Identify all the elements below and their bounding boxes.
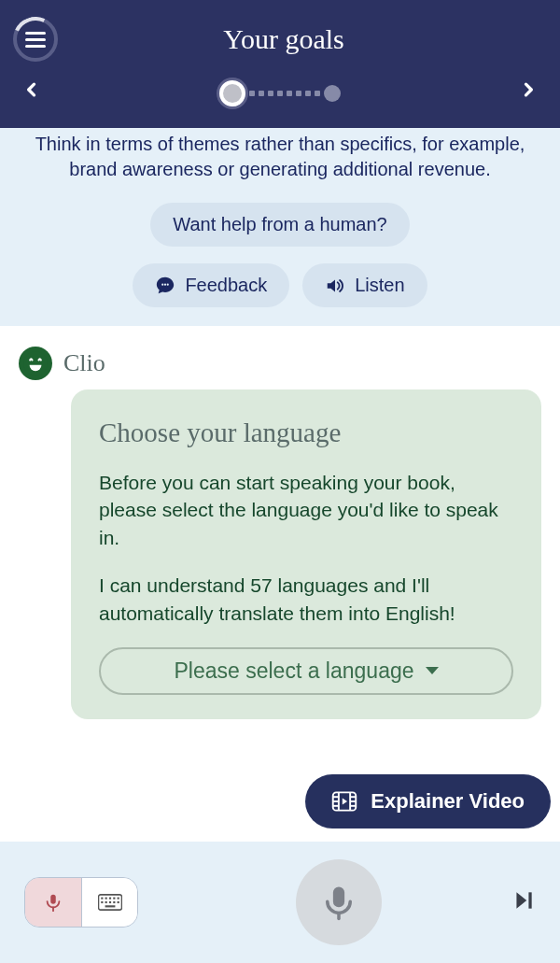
svg-rect-16 xyxy=(101,898,103,899)
chevron-right-icon xyxy=(519,77,538,103)
svg-point-0 xyxy=(162,283,164,285)
caret-down-icon xyxy=(426,667,439,674)
mic-large-icon xyxy=(319,883,358,922)
svg-rect-17 xyxy=(105,898,106,899)
svg-rect-22 xyxy=(105,901,106,903)
svg-rect-25 xyxy=(117,901,119,903)
svg-marker-28 xyxy=(516,892,526,908)
input-mode-toggle xyxy=(24,877,138,928)
card-paragraph-1: Before you can start speaking your book,… xyxy=(99,469,513,551)
keyboard-mode-button[interactable] xyxy=(81,878,137,927)
skip-forward-icon xyxy=(511,888,536,913)
explainer-video-button[interactable]: Explainer Video xyxy=(305,774,551,828)
nav-next-button[interactable] xyxy=(519,77,538,109)
progress-dashes xyxy=(249,91,320,96)
card-paragraph-2: I can understand 57 languages and I'll a… xyxy=(99,572,513,627)
instruction-text: Think in terms of themes rather than spe… xyxy=(21,132,539,182)
svg-rect-23 xyxy=(108,901,110,903)
listen-label: Listen xyxy=(355,275,404,296)
language-card: Choose your language Before you can star… xyxy=(71,389,541,719)
chat-area: Clio Choose your language Before you can… xyxy=(0,326,560,842)
avatar xyxy=(19,347,52,380)
svg-point-1 xyxy=(164,283,166,285)
record-button[interactable] xyxy=(296,859,382,945)
chat-icon xyxy=(155,276,175,296)
language-select-placeholder: Please select a language xyxy=(174,659,413,684)
svg-rect-29 xyxy=(528,892,531,908)
film-icon xyxy=(331,790,357,813)
feedback-label: Feedback xyxy=(185,275,267,296)
svg-rect-26 xyxy=(105,905,115,907)
nav-prev-button[interactable] xyxy=(22,77,41,109)
progress-step-current xyxy=(219,80,245,106)
svg-rect-21 xyxy=(101,901,103,903)
svg-rect-24 xyxy=(113,901,115,903)
feedback-button[interactable]: Feedback xyxy=(133,263,289,307)
speaker-icon xyxy=(325,276,345,296)
help-human-button[interactable]: Want help from a human? xyxy=(150,203,409,247)
mic-icon xyxy=(43,892,63,913)
page-title: Your goals xyxy=(21,23,547,55)
bottom-bar xyxy=(0,842,560,963)
svg-rect-20 xyxy=(117,898,119,899)
mic-mode-button[interactable] xyxy=(25,878,81,927)
svg-point-2 xyxy=(167,283,169,285)
smile-icon xyxy=(22,350,49,376)
instructions-panel: Think in terms of themes rather than spe… xyxy=(0,128,560,326)
listen-button[interactable]: Listen xyxy=(302,263,427,307)
svg-rect-19 xyxy=(113,898,115,899)
skip-button[interactable] xyxy=(511,888,536,916)
menu-button[interactable] xyxy=(13,17,58,62)
progress-indicator xyxy=(219,80,341,106)
sender-name: Clio xyxy=(63,349,105,377)
header: Your goals xyxy=(0,0,560,128)
card-title: Choose your language xyxy=(99,418,513,448)
svg-point-3 xyxy=(23,351,48,375)
help-human-label: Want help from a human? xyxy=(173,214,386,235)
keyboard-icon xyxy=(98,894,122,911)
progress-step-next xyxy=(324,85,341,102)
hamburger-icon xyxy=(25,32,46,48)
language-select[interactable]: Please select a language xyxy=(99,647,513,695)
chevron-left-icon xyxy=(22,77,41,103)
svg-marker-13 xyxy=(343,799,347,805)
explainer-label: Explainer Video xyxy=(371,789,525,814)
svg-rect-18 xyxy=(108,898,110,899)
